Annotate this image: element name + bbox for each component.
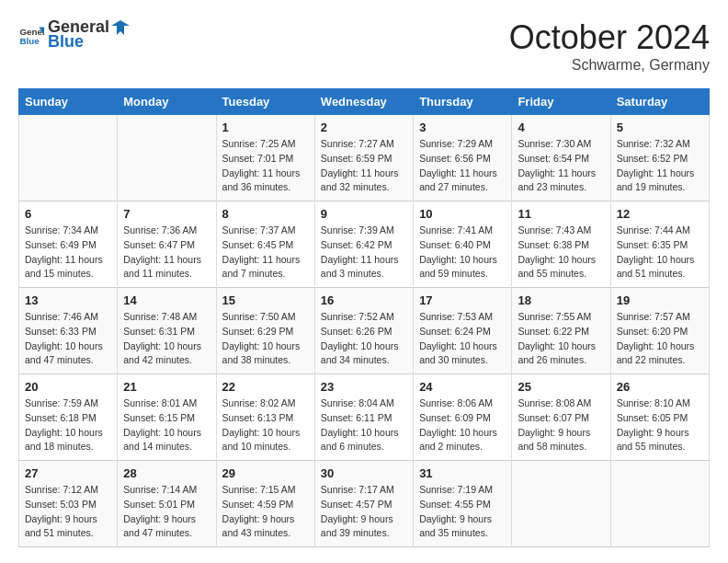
header-row: Sunday Monday Tuesday Wednesday Thursday… xyxy=(19,89,710,115)
table-row: 11 Sunrise: 7:43 AMSunset: 6:38 PMDaylig… xyxy=(512,201,610,288)
day-detail: Sunrise: 8:10 AMSunset: 6:05 PMDaylight:… xyxy=(617,396,703,454)
day-number: 6 xyxy=(25,207,111,221)
day-number: 4 xyxy=(518,121,604,134)
logo-icon: General Blue xyxy=(18,22,44,48)
table-row xyxy=(118,115,216,201)
col-thursday: Thursday xyxy=(414,89,512,115)
table-row: 9 Sunrise: 7:39 AMSunset: 6:42 PMDayligh… xyxy=(314,201,413,288)
day-detail: Sunrise: 7:50 AMSunset: 6:29 PMDaylight:… xyxy=(222,310,309,368)
day-number: 11 xyxy=(518,207,604,221)
day-number: 13 xyxy=(25,293,111,307)
day-detail: Sunrise: 8:06 AMSunset: 6:09 PMDaylight:… xyxy=(419,396,506,454)
day-detail: Sunrise: 7:59 AMSunset: 6:18 PMDaylight:… xyxy=(25,396,111,454)
logo-bird-icon xyxy=(111,18,130,37)
day-number: 26 xyxy=(617,380,703,394)
table-row: 30 Sunrise: 7:17 AMSunset: 4:57 PMDaylig… xyxy=(314,461,413,547)
table-row: 2 Sunrise: 7:27 AMSunset: 6:59 PMDayligh… xyxy=(314,115,413,201)
svg-text:Blue: Blue xyxy=(19,36,40,46)
table-row: 4 Sunrise: 7:30 AMSunset: 6:54 PMDayligh… xyxy=(512,115,610,201)
table-row: 28 Sunrise: 7:14 AMSunset: 5:01 PMDaylig… xyxy=(118,461,216,547)
table-row xyxy=(19,115,118,201)
day-detail: Sunrise: 7:27 AMSunset: 6:59 PMDaylight:… xyxy=(321,137,407,195)
day-detail: Sunrise: 7:37 AMSunset: 6:45 PMDaylight:… xyxy=(222,224,309,282)
table-row: 19 Sunrise: 7:57 AMSunset: 6:20 PMDaylig… xyxy=(610,288,709,374)
table-row: 16 Sunrise: 7:52 AMSunset: 6:26 PMDaylig… xyxy=(314,288,413,374)
day-detail: Sunrise: 7:36 AMSunset: 6:47 PMDaylight:… xyxy=(123,224,210,282)
page-header: General Blue General Blue October 2024 S… xyxy=(18,18,710,74)
day-number: 30 xyxy=(321,466,407,480)
day-detail: Sunrise: 8:04 AMSunset: 6:11 PMDaylight:… xyxy=(321,396,407,454)
day-detail: Sunrise: 7:39 AMSunset: 6:42 PMDaylight:… xyxy=(321,224,407,282)
table-row: 5 Sunrise: 7:32 AMSunset: 6:52 PMDayligh… xyxy=(610,115,709,201)
table-row: 31 Sunrise: 7:19 AMSunset: 4:55 PMDaylig… xyxy=(414,461,512,547)
day-number: 28 xyxy=(123,466,210,480)
table-row: 27 Sunrise: 7:12 AMSunset: 5:03 PMDaylig… xyxy=(19,461,118,547)
day-number: 24 xyxy=(419,380,506,394)
day-detail: Sunrise: 7:34 AMSunset: 6:49 PMDaylight:… xyxy=(25,224,111,282)
table-row xyxy=(512,461,610,547)
day-number: 18 xyxy=(518,293,604,307)
day-number: 3 xyxy=(419,121,506,134)
table-row: 26 Sunrise: 8:10 AMSunset: 6:05 PMDaylig… xyxy=(610,374,709,461)
day-number: 31 xyxy=(419,466,506,480)
day-number: 22 xyxy=(222,380,309,394)
title-block: October 2024 Schwarme, Germany xyxy=(509,18,710,74)
table-row: 8 Sunrise: 7:37 AMSunset: 6:45 PMDayligh… xyxy=(216,201,314,288)
table-row: 20 Sunrise: 7:59 AMSunset: 6:18 PMDaylig… xyxy=(19,374,118,461)
day-number: 19 xyxy=(617,293,703,307)
day-detail: Sunrise: 7:43 AMSunset: 6:38 PMDaylight:… xyxy=(518,224,604,282)
day-number: 9 xyxy=(321,207,407,221)
day-detail: Sunrise: 7:41 AMSunset: 6:40 PMDaylight:… xyxy=(419,224,506,282)
day-detail: Sunrise: 7:55 AMSunset: 6:22 PMDaylight:… xyxy=(518,310,604,368)
day-detail: Sunrise: 7:48 AMSunset: 6:31 PMDaylight:… xyxy=(123,310,210,368)
day-number: 15 xyxy=(222,293,309,307)
day-detail: Sunrise: 7:29 AMSunset: 6:56 PMDaylight:… xyxy=(419,137,506,195)
table-row: 3 Sunrise: 7:29 AMSunset: 6:56 PMDayligh… xyxy=(414,115,512,201)
location-title: Schwarme, Germany xyxy=(509,57,710,74)
day-detail: Sunrise: 7:46 AMSunset: 6:33 PMDaylight:… xyxy=(25,310,111,368)
day-number: 16 xyxy=(321,293,407,307)
table-row: 10 Sunrise: 7:41 AMSunset: 6:40 PMDaylig… xyxy=(414,201,512,288)
svg-marker-3 xyxy=(111,20,130,35)
day-detail: Sunrise: 7:53 AMSunset: 6:24 PMDaylight:… xyxy=(419,310,506,368)
day-detail: Sunrise: 7:15 AMSunset: 4:59 PMDaylight:… xyxy=(222,483,309,541)
table-row: 14 Sunrise: 7:48 AMSunset: 6:31 PMDaylig… xyxy=(118,288,216,374)
day-number: 12 xyxy=(617,207,703,221)
day-detail: Sunrise: 7:19 AMSunset: 4:55 PMDaylight:… xyxy=(419,483,506,541)
table-row: 22 Sunrise: 8:02 AMSunset: 6:13 PMDaylig… xyxy=(216,374,314,461)
table-row: 18 Sunrise: 7:55 AMSunset: 6:22 PMDaylig… xyxy=(512,288,610,374)
day-number: 20 xyxy=(25,380,111,394)
day-number: 21 xyxy=(123,380,210,394)
day-detail: Sunrise: 7:14 AMSunset: 5:01 PMDaylight:… xyxy=(123,483,210,541)
month-title: October 2024 xyxy=(509,18,710,57)
day-number: 23 xyxy=(321,380,407,394)
table-row: 21 Sunrise: 8:01 AMSunset: 6:15 PMDaylig… xyxy=(118,374,216,461)
col-sunday: Sunday xyxy=(19,89,118,115)
day-detail: Sunrise: 7:44 AMSunset: 6:35 PMDaylight:… xyxy=(617,224,703,282)
day-number: 17 xyxy=(419,293,506,307)
day-number: 27 xyxy=(25,466,111,480)
col-friday: Friday xyxy=(512,89,610,115)
day-detail: Sunrise: 8:01 AMSunset: 6:15 PMDaylight:… xyxy=(123,396,210,454)
day-detail: Sunrise: 7:17 AMSunset: 4:57 PMDaylight:… xyxy=(321,483,407,541)
col-tuesday: Tuesday xyxy=(216,89,314,115)
day-detail: Sunrise: 8:08 AMSunset: 6:07 PMDaylight:… xyxy=(518,396,604,454)
day-detail: Sunrise: 7:12 AMSunset: 5:03 PMDaylight:… xyxy=(25,483,111,541)
day-detail: Sunrise: 7:57 AMSunset: 6:20 PMDaylight:… xyxy=(617,310,703,368)
day-detail: Sunrise: 7:25 AMSunset: 7:01 PMDaylight:… xyxy=(222,137,309,195)
table-row: 23 Sunrise: 8:04 AMSunset: 6:11 PMDaylig… xyxy=(314,374,413,461)
table-row: 24 Sunrise: 8:06 AMSunset: 6:09 PMDaylig… xyxy=(414,374,512,461)
day-detail: Sunrise: 7:30 AMSunset: 6:54 PMDaylight:… xyxy=(518,137,604,195)
day-detail: Sunrise: 7:52 AMSunset: 6:26 PMDaylight:… xyxy=(321,310,407,368)
day-number: 7 xyxy=(123,207,210,221)
day-number: 25 xyxy=(518,380,604,394)
col-saturday: Saturday xyxy=(610,89,709,115)
logo: General Blue General Blue xyxy=(18,18,130,52)
day-number: 2 xyxy=(321,121,407,134)
table-row: 29 Sunrise: 7:15 AMSunset: 4:59 PMDaylig… xyxy=(216,461,314,547)
day-number: 5 xyxy=(617,121,703,134)
col-wednesday: Wednesday xyxy=(314,89,413,115)
table-row: 12 Sunrise: 7:44 AMSunset: 6:35 PMDaylig… xyxy=(610,201,709,288)
table-row: 13 Sunrise: 7:46 AMSunset: 6:33 PMDaylig… xyxy=(19,288,118,374)
day-detail: Sunrise: 8:02 AMSunset: 6:13 PMDaylight:… xyxy=(222,396,309,454)
